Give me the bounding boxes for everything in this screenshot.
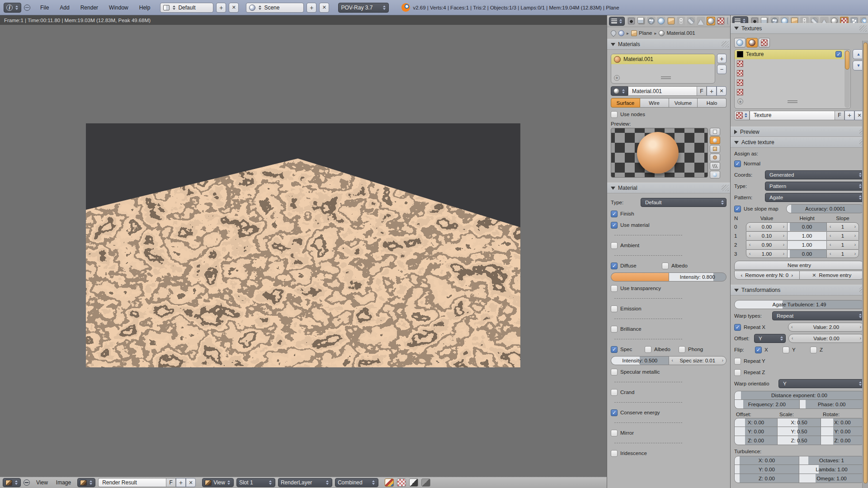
materials-panel-header[interactable]: Materials [607, 39, 730, 50]
texture-type-dropdown[interactable]: Pattern [765, 182, 864, 191]
add-layout-button[interactable] [216, 3, 226, 13]
material-slot-selected[interactable]: Material.001 [611, 54, 715, 64]
material-panel-header[interactable]: Material [607, 183, 730, 193]
remove-entry-button[interactable]: Remove entry [800, 271, 865, 280]
increment-icon[interactable]: › [791, 272, 793, 278]
scale-z-slider[interactable]: Z: 0.50 [778, 436, 821, 445]
tab-volume[interactable]: Volume [669, 98, 698, 108]
mirror-checkbox[interactable] [611, 430, 618, 436]
preview-sky-button[interactable] [710, 171, 720, 178]
phong-checkbox[interactable] [679, 346, 685, 353]
renderlayers-tab-icon[interactable] [637, 17, 646, 25]
other-textures-button[interactable] [759, 38, 770, 47]
crand-checkbox[interactable] [611, 389, 618, 396]
image-name-field[interactable]: Render Result [98, 478, 166, 487]
material-tab-icon[interactable] [707, 17, 715, 25]
material-textures-button[interactable] [746, 38, 758, 47]
collapse-menus-icon[interactable] [24, 5, 30, 11]
delete-layout-button[interactable] [229, 3, 239, 13]
unlink-image-button[interactable] [186, 478, 196, 487]
preview-sphere-button[interactable] [710, 136, 720, 144]
properties-editor-selector[interactable] [609, 17, 625, 26]
zbuffer-channel-toggle[interactable] [421, 479, 430, 487]
offset-axis-dropdown[interactable]: Y [754, 334, 786, 343]
value-field[interactable]: ‹1.00› [746, 249, 788, 258]
value-field[interactable]: ‹0.90› [746, 240, 788, 249]
material-type-dropdown[interactable]: Default [641, 198, 726, 207]
repeat-y-checkbox[interactable] [734, 358, 741, 365]
diffuse-color-swatch[interactable] [611, 272, 669, 282]
texture-slot-empty[interactable] [735, 59, 844, 69]
texture-tab-icon[interactable] [717, 17, 725, 25]
menu-file[interactable]: File [36, 3, 53, 12]
turbulence-y-slider[interactable]: Y: 0.00 [734, 465, 799, 474]
add-material-slot-button[interactable] [717, 54, 726, 63]
scale-y-slider[interactable]: Y: 0.50 [778, 427, 821, 436]
spec-albedo-checkbox[interactable] [645, 346, 651, 353]
render-layer-select[interactable]: RenderLayer [278, 478, 332, 487]
menu-render[interactable]: Render [76, 3, 103, 12]
render-tab-icon[interactable] [627, 17, 636, 25]
omega-slider[interactable]: Omega: 1.00 [799, 474, 864, 483]
unlink-material-button[interactable] [717, 86, 726, 96]
view-mode-select[interactable]: View [202, 478, 234, 487]
frequency-slider[interactable]: Frequency: 2.00 [734, 400, 799, 409]
fake-user-button[interactable]: F [166, 478, 176, 487]
render-view-area[interactable] [0, 25, 607, 477]
texture-list-scrollbar[interactable] [844, 50, 850, 108]
properties-scrollbar[interactable] [862, 41, 868, 488]
data-tab-icon[interactable] [697, 17, 705, 25]
flip-z-checkbox[interactable] [810, 347, 817, 353]
octaves-slider[interactable]: Octaves: 1 [799, 456, 864, 465]
render-pass-select[interactable]: Combined [335, 478, 378, 487]
offset-x-slider[interactable]: X: 0.00 [734, 418, 778, 427]
coords-dropdown[interactable]: Generated [765, 170, 864, 179]
constraints-tab-icon[interactable] [677, 17, 685, 25]
texture-slot-empty[interactable] [735, 88, 844, 97]
slope-field[interactable]: ‹1› [826, 222, 859, 231]
distance-exponent-slider[interactable]: Distance exponent: 0.00 [734, 391, 864, 400]
preview-panel-header[interactable]: Preview [731, 127, 868, 137]
alpha-channel-toggle[interactable] [409, 479, 418, 487]
new-texture-button[interactable] [844, 111, 854, 120]
material-browse-button[interactable] [611, 86, 628, 96]
texture-enable-checkbox[interactable] [835, 51, 842, 57]
image-editor-type-selector[interactable] [3, 478, 21, 487]
turbulence-x-slider[interactable]: X: 0.00 [734, 456, 799, 465]
menu-add[interactable]: Add [55, 3, 74, 12]
particles-tab-icon[interactable] [726, 17, 728, 25]
warp-types-dropdown[interactable]: Repeat [772, 311, 864, 320]
decrement-icon[interactable]: ‹ [672, 358, 673, 363]
new-image-button[interactable] [176, 478, 186, 487]
use-nodes-checkbox[interactable] [611, 111, 618, 118]
rotate-z-slider[interactable]: Z: 0.00 [821, 436, 864, 445]
active-texture-panel-header[interactable]: Active texture [731, 137, 868, 148]
scene-tab-icon[interactable] [647, 17, 656, 25]
info-editor-selector[interactable]: i [4, 3, 21, 13]
add-scene-button[interactable] [307, 3, 316, 13]
value-field[interactable]: ‹0.10› [746, 231, 788, 240]
diffuse-albedo-checkbox[interactable] [662, 263, 669, 269]
iridescence-checkbox[interactable] [611, 450, 618, 457]
textures-panel-header[interactable]: Textures [731, 23, 868, 34]
offset-y-slider[interactable]: Y: 0.00 [734, 427, 778, 436]
increment-icon[interactable]: › [722, 358, 723, 363]
ambient-checkbox[interactable] [611, 242, 618, 249]
new-entry-button[interactable]: New entry [734, 261, 864, 270]
texture-slot-list[interactable]: Texture + [734, 49, 851, 109]
spec-size-field[interactable]: ‹ Spec size: 0.01 › [669, 356, 727, 365]
preview-cube-button[interactable] [710, 145, 720, 153]
brilliance-checkbox[interactable] [611, 326, 618, 333]
repeat-x-checkbox[interactable] [734, 324, 741, 331]
finish-checkbox[interactable] [611, 211, 618, 217]
preview-flat-button[interactable] [710, 128, 720, 136]
color-alpha-channel-toggle[interactable] [385, 479, 394, 487]
use-slope-map-checkbox[interactable] [734, 206, 741, 212]
spec-checkbox[interactable] [611, 346, 618, 353]
render-engine-select[interactable]: POV-Ray 3.7 [338, 3, 389, 13]
rotate-y-slider[interactable]: Y: 0.00 [821, 427, 864, 436]
list-resize-grip[interactable] [788, 100, 797, 103]
color-channel-toggle[interactable] [397, 479, 406, 487]
height-slider[interactable]: 0.00 [788, 249, 826, 258]
lambda-slider[interactable]: Lambda: 1.00 [799, 465, 864, 474]
